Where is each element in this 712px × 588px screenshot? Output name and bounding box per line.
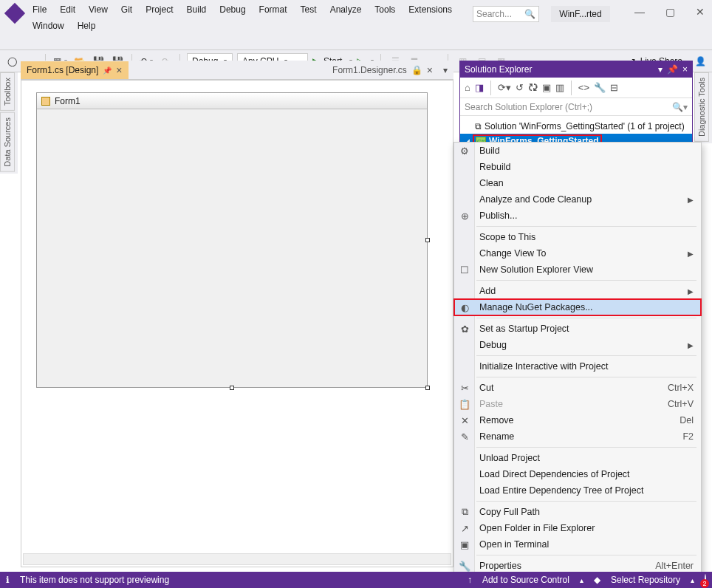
ctx-icon: ◐ <box>458 302 471 313</box>
chevron-right-icon: ▶ <box>688 341 694 349</box>
close-button[interactable]: ✕ <box>696 6 705 18</box>
menu-analyze[interactable]: Analyze <box>330 4 362 15</box>
ctx-icon: ✎ <box>458 431 471 442</box>
nav-back-button[interactable]: ◯ <box>4 54 19 69</box>
ctx-remove[interactable]: ✕RemoveDel <box>454 412 701 428</box>
se-sync-icon[interactable]: ⟳▾ <box>498 82 511 93</box>
se-switch-icon[interactable]: ◨ <box>475 82 484 93</box>
panel-pin-icon[interactable]: 📌 <box>667 64 678 75</box>
ctx-copy-full-path[interactable]: ⧉Copy Full Path <box>454 504 701 520</box>
ctx-add[interactable]: Add▶ <box>454 283 701 299</box>
menu-debug[interactable]: Debug <box>219 4 245 15</box>
project-context-menu: ⚙BuildRebuildCleanAnalyze and Code Clean… <box>453 142 702 575</box>
ctx-icon: ✿ <box>458 324 471 335</box>
search-icon: 🔍 <box>524 9 535 19</box>
tab-diagnostic-tools[interactable]: Diagnostic Tools <box>694 72 709 142</box>
panel-close-icon[interactable]: × <box>682 64 688 75</box>
solution-node[interactable]: ⧉ Solution 'WinForms_GettingStarted' (1 … <box>460 119 692 134</box>
ctx-icon: ⚙ <box>458 146 471 157</box>
menu-project[interactable]: Project <box>146 4 173 15</box>
ctx-unload-project[interactable]: Unload Project <box>454 450 701 466</box>
se-collapse-icon[interactable]: ▣ <box>542 82 551 93</box>
form-title-text: Form1 <box>55 96 81 106</box>
menu-view[interactable]: View <box>89 4 108 15</box>
menu-extensions[interactable]: Extensions <box>408 4 452 15</box>
ctx-manage-nuget-packages[interactable]: ◐Manage NuGet Packages... <box>454 299 701 315</box>
ctx-build[interactable]: ⚙Build <box>454 143 701 159</box>
account-button[interactable]: 👤 <box>693 54 708 69</box>
select-repository[interactable]: Select Repository <box>611 575 680 585</box>
ctx-open-folder-in-file-explorer[interactable]: ↗Open Folder in File Explorer <box>454 520 701 536</box>
menu-git[interactable]: Git <box>121 4 132 15</box>
source-control-icon[interactable]: ↑ <box>468 575 472 585</box>
search-input[interactable]: Search... 🔍 <box>473 6 539 22</box>
tab-designer-cs[interactable]: Form1.Designer.cs 🔒 × ▾ <box>326 61 453 79</box>
ctx-rebuild[interactable]: Rebuild <box>454 159 701 175</box>
ctx-publish[interactable]: ⊕Publish... <box>454 208 701 224</box>
pin-icon[interactable]: 📌 <box>103 66 112 75</box>
form-icon <box>41 97 50 106</box>
search-placeholder: Search... <box>476 9 512 19</box>
info-icon: ℹ <box>6 575 10 585</box>
main-menu: FileEditViewGitProjectBuildDebugFormatTe… <box>32 4 452 15</box>
status-message: This item does not support previewing <box>20 575 169 585</box>
ctx-icon: ✕ <box>458 415 471 426</box>
menu-build[interactable]: Build <box>187 4 207 15</box>
ctx-new-solution-explorer-view[interactable]: ☐New Solution Explorer View <box>454 261 701 278</box>
tab-data-sources[interactable]: Data Sources <box>0 112 15 172</box>
add-source-control[interactable]: Add to Source Control <box>482 575 569 585</box>
menu-window[interactable]: Window <box>32 21 64 31</box>
panel-dropdown-icon[interactable]: ▾ <box>658 64 663 75</box>
menu-edit[interactable]: Edit <box>60 4 75 15</box>
ctx-load-direct-dependencies-of-project[interactable]: Load Direct Dependencies of Project <box>454 466 701 482</box>
horizontal-scrollbar[interactable] <box>23 553 451 565</box>
ctx-debug[interactable]: Debug▶ <box>454 337 701 353</box>
ctx-cut[interactable]: ✂CutCtrl+X <box>454 380 701 396</box>
solution-icon: ⧉ <box>475 121 482 131</box>
se-home-icon[interactable]: ⌂ <box>465 82 470 93</box>
designer-surface[interactable]: Form1 <box>21 80 453 567</box>
chevron-right-icon: ▶ <box>688 250 694 258</box>
ctx-load-entire-dependency-tree-of-project[interactable]: Load Entire Dependency Tree of Project <box>454 482 701 499</box>
ctx-clean[interactable]: Clean <box>454 175 701 191</box>
maximize-button[interactable]: ▢ <box>665 6 675 18</box>
ctx-icon: ☐ <box>458 264 471 276</box>
se-code-icon[interactable]: <> <box>578 82 589 93</box>
se-pending-icon[interactable]: ↺ <box>516 82 524 93</box>
tab-dropdown-icon[interactable]: ▾ <box>443 65 448 75</box>
ctx-analyze-and-code-cleanup[interactable]: Analyze and Code Cleanup▶ <box>454 191 701 208</box>
resize-handle-se[interactable] <box>425 386 430 390</box>
ctx-change-view-to[interactable]: Change View To▶ <box>454 245 701 261</box>
solution-explorer-title: Solution Explorer <box>465 64 532 75</box>
menu-test[interactable]: Test <box>301 4 317 15</box>
resize-handle-s[interactable] <box>230 386 234 390</box>
se-refresh-icon[interactable]: 🗘 <box>528 82 538 93</box>
ctx-open-in-terminal[interactable]: ▣Open in Terminal <box>454 536 701 553</box>
ctx-scope-to-this[interactable]: Scope to This <box>454 229 701 245</box>
menu-tools[interactable]: Tools <box>374 4 395 15</box>
se-showall-icon[interactable]: ▥ <box>555 82 564 93</box>
menu-help[interactable]: Help <box>78 21 96 31</box>
ctx-icon: ✂ <box>458 383 471 394</box>
close-tab-icon[interactable]: × <box>116 64 122 76</box>
ctx-icon: 🔧 <box>458 561 471 572</box>
ctx-initialize-interactive-with-project[interactable]: Initialize Interactive with Project <box>454 358 701 375</box>
menu-file[interactable]: File <box>32 4 47 15</box>
minimize-button[interactable]: ― <box>634 6 645 18</box>
close-tab-icon[interactable]: × <box>427 64 433 76</box>
tab-form-design[interactable]: Form1.cs [Design] 📌 × <box>21 61 129 79</box>
main-menu-row2: WindowHelp <box>32 21 95 31</box>
solution-selector[interactable]: WinF...rted <box>551 6 610 22</box>
form-preview[interactable]: Form1 <box>36 92 428 388</box>
tab-toolbox[interactable]: Toolbox <box>0 72 15 111</box>
ctx-rename[interactable]: ✎RenameF2 <box>454 428 701 445</box>
ctx-set-as-startup-project[interactable]: ✿Set as Startup Project <box>454 321 701 337</box>
se-preview-icon[interactable]: ⊟ <box>610 82 618 93</box>
se-properties-icon[interactable]: 🔧 <box>594 82 606 93</box>
solution-search-input[interactable]: Search Solution Explorer (Ctrl+;) 🔍▾ <box>460 98 692 116</box>
lock-icon: 🔒 <box>411 65 422 75</box>
repo-icon[interactable]: ◆ <box>594 575 600 585</box>
menu-format[interactable]: Format <box>259 4 287 15</box>
resize-handle-e[interactable] <box>425 238 430 242</box>
notification-bell[interactable]: 2 <box>705 575 706 585</box>
